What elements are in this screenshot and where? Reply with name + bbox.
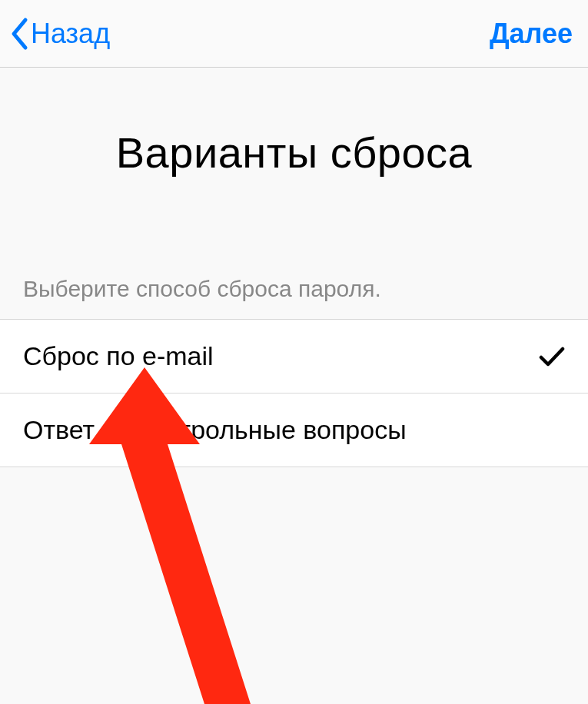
option-security-questions[interactable]: Ответ на контрольные вопросы — [0, 393, 588, 467]
back-button-label: Назад — [31, 18, 110, 50]
options-list: Сброс по e-mail Ответ на контрольные воп… — [0, 319, 588, 467]
checkmark-icon — [539, 346, 565, 367]
option-label: Ответ на контрольные вопросы — [23, 415, 407, 445]
next-button-label: Далее — [490, 18, 573, 49]
next-button[interactable]: Далее — [490, 18, 573, 50]
back-button[interactable]: Назад — [9, 17, 110, 51]
chevron-left-icon — [9, 17, 29, 51]
option-label: Сброс по e-mail — [23, 341, 214, 371]
navigation-bar: Назад Далее — [0, 0, 588, 68]
content-area: Варианты сброса Выберите способ сброса п… — [0, 68, 588, 467]
page-title: Варианты сброса — [0, 128, 588, 178]
section-hint: Выберите способ сброса пароля. — [0, 276, 588, 319]
option-reset-by-email[interactable]: Сброс по e-mail — [0, 320, 588, 393]
